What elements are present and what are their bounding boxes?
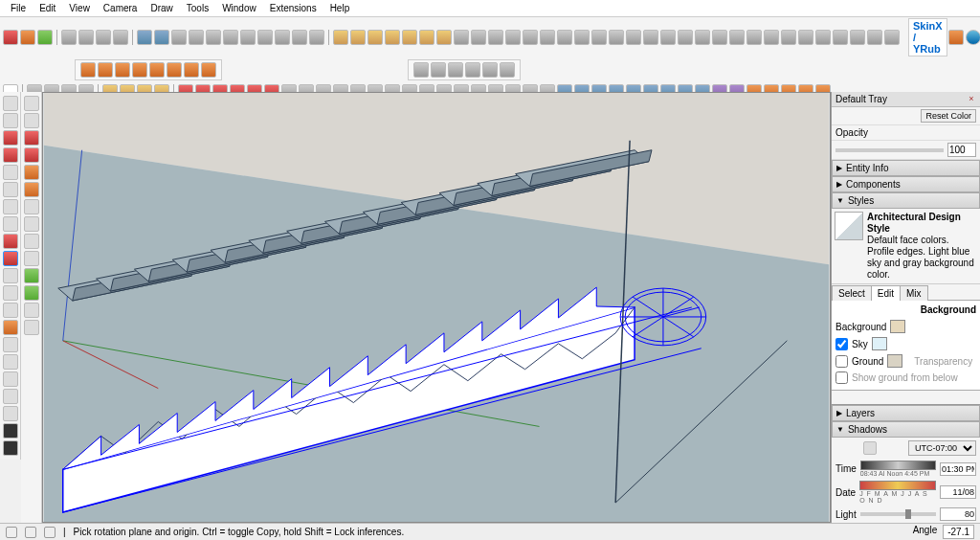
- text-tool-icon[interactable]: [3, 303, 18, 318]
- tool-icon[interactable]: [333, 30, 348, 45]
- record-icon[interactable]: [948, 30, 964, 45]
- tool-icon[interactable]: [540, 30, 555, 45]
- panel-layers[interactable]: ▶Layers: [832, 405, 980, 421]
- tool-icon[interactable]: [746, 30, 762, 45]
- time-slider[interactable]: [860, 461, 936, 470]
- tool-icon[interactable]: [24, 182, 39, 197]
- tool-icon[interactable]: [189, 30, 204, 45]
- menu-help[interactable]: Help: [323, 1, 357, 15]
- status-icon[interactable]: [44, 527, 56, 538]
- tool-icon[interactable]: [24, 199, 39, 214]
- tool-icon[interactable]: [309, 30, 324, 45]
- tool-icon[interactable]: [24, 113, 39, 128]
- sandbox-icon[interactable]: [201, 62, 216, 78]
- sandbox-icon[interactable]: [149, 62, 165, 78]
- close-icon[interactable]: ×: [967, 94, 976, 103]
- tool-icon[interactable]: [206, 30, 221, 45]
- layers-icon[interactable]: [413, 62, 429, 78]
- pushpull-tool-icon[interactable]: [3, 199, 18, 214]
- tool-icon[interactable]: [833, 30, 848, 45]
- tool-icon[interactable]: [471, 30, 486, 45]
- tool-icon[interactable]: [505, 30, 521, 45]
- tool-icon[interactable]: [368, 30, 383, 45]
- sandbox-icon[interactable]: [184, 62, 199, 78]
- tool-icon[interactable]: [695, 30, 710, 45]
- panel-entity-info[interactable]: ▶Entity Info: [832, 160, 980, 176]
- menu-edit[interactable]: Edit: [33, 1, 62, 15]
- tool-icon[interactable]: [488, 30, 503, 45]
- layers-icon[interactable]: [431, 62, 446, 78]
- tool-icon[interactable]: [557, 30, 572, 45]
- tool-icon[interactable]: [884, 30, 900, 45]
- skinx-label[interactable]: SkinX / YRub: [908, 18, 947, 56]
- tool-icon[interactable]: [24, 234, 39, 249]
- tool-icon[interactable]: [3, 30, 18, 45]
- tool-icon[interactable]: [419, 30, 434, 45]
- reset-color-button[interactable]: Reset Color: [921, 109, 976, 123]
- tool-icon[interactable]: [24, 303, 39, 318]
- model-canvas[interactable]: [43, 93, 830, 522]
- tool-icon[interactable]: [24, 285, 39, 301]
- tool-icon[interactable]: [240, 30, 256, 45]
- menu-view[interactable]: View: [62, 1, 97, 15]
- status-icon[interactable]: [6, 527, 17, 538]
- timezone-select[interactable]: UTC-07:00: [908, 440, 976, 456]
- circle-tool-icon[interactable]: [3, 182, 18, 197]
- walk-icon[interactable]: [3, 440, 18, 456]
- tool-icon[interactable]: [24, 96, 39, 111]
- time-value-input[interactable]: [940, 462, 976, 476]
- panel-shadows[interactable]: ▼Shadows: [832, 421, 980, 438]
- tool-icon[interactable]: [712, 30, 727, 45]
- tool-icon[interactable]: [24, 130, 39, 146]
- tool-icon[interactable]: [113, 30, 128, 45]
- tool-icon[interactable]: [275, 30, 290, 45]
- scale-tool-icon[interactable]: [3, 268, 18, 283]
- rectangle-tool-icon[interactable]: [3, 165, 18, 180]
- tool-icon[interactable]: [257, 30, 273, 45]
- model-viewport[interactable]: [42, 92, 831, 523]
- style-thumbnail-icon[interactable]: [835, 212, 863, 240]
- sandbox-icon[interactable]: [132, 62, 147, 78]
- tool-icon[interactable]: [24, 268, 39, 283]
- tool-icon[interactable]: [137, 30, 152, 45]
- tool-icon[interactable]: [523, 30, 538, 45]
- tool-icon[interactable]: [292, 30, 307, 45]
- tool-icon[interactable]: [3, 406, 18, 421]
- opacity-value-input[interactable]: [947, 143, 976, 157]
- sandbox-icon[interactable]: [98, 62, 113, 78]
- light-value-input[interactable]: [940, 507, 976, 521]
- tool-icon[interactable]: [402, 30, 417, 45]
- eraser-tool-icon[interactable]: [3, 113, 18, 128]
- background-swatch[interactable]: [890, 320, 905, 333]
- menu-window[interactable]: Window: [215, 1, 263, 15]
- orbit-tool-icon[interactable]: [3, 337, 18, 352]
- menu-extensions[interactable]: Extensions: [263, 1, 323, 15]
- tool-icon[interactable]: [24, 165, 39, 180]
- tool-icon[interactable]: [61, 30, 77, 45]
- tool-icon[interactable]: [729, 30, 745, 45]
- light-slider[interactable]: [860, 512, 936, 516]
- line-tool-icon[interactable]: [3, 130, 18, 146]
- tab-select[interactable]: Select: [832, 285, 872, 301]
- tool-icon[interactable]: [643, 30, 658, 45]
- tool-icon[interactable]: [798, 30, 813, 45]
- pan-tool-icon[interactable]: [3, 354, 18, 370]
- tool-icon[interactable]: [37, 30, 53, 45]
- panel-styles[interactable]: ▼Styles: [832, 192, 980, 209]
- sandbox-icon[interactable]: [115, 62, 130, 78]
- tool-icon[interactable]: [78, 30, 94, 45]
- tool-icon[interactable]: [24, 320, 39, 335]
- rotate-tool-icon[interactable]: [3, 251, 18, 266]
- tool-icon[interactable]: [764, 30, 779, 45]
- shadow-toggle-icon[interactable]: [863, 441, 877, 455]
- panel-components[interactable]: ▶Components: [832, 176, 980, 192]
- tool-icon[interactable]: [626, 30, 641, 45]
- date-value-input[interactable]: [940, 485, 976, 499]
- paint-tool-icon[interactable]: [3, 320, 18, 335]
- menu-camera[interactable]: Camera: [97, 1, 145, 15]
- tool-icon[interactable]: [609, 30, 624, 45]
- tool-icon[interactable]: [154, 30, 169, 45]
- tool-icon[interactable]: [781, 30, 796, 45]
- arc-tool-icon[interactable]: [3, 147, 18, 163]
- tool-icon[interactable]: [350, 30, 366, 45]
